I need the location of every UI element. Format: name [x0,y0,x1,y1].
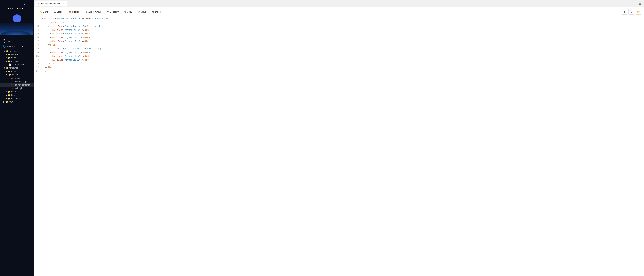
code-line: 15</div> [34,70,644,73]
code-line: 9 <div class="col-md-8 col-lg-9 col-xl-1… [34,47,644,51]
publish-icon: 📤 [68,10,71,13]
site-selector[interactable]: 🌐 www.testsite.com ▾ [0,44,34,49]
folder-icon: 📁 [8,97,10,100]
tree-item-forms[interactable]: ▶ 📁 forms [0,56,34,59]
folder-icon: 📁 [6,101,8,103]
code-line: 5 <div class="dynamicDiv"></div> [34,32,644,36]
code-line: 1<div class="container my-5 pb-5" id="ma… [34,17,644,21]
chevron-down-icon: ▾ [30,45,31,47]
folder-open-icon: ▼ [4,67,6,69]
tab-bar: left-nav-content-template... × ☰ [34,0,644,7]
file-tree: ▼ 📁 web files ▶ 📁 content ▶ 📁 forms ▶ 📁 … [0,49,34,276]
chevron-right-icon: ▶ [6,90,7,93]
line-number: 6 [34,36,41,39]
tree-item-managers[interactable]: ▶ 📁 managers [0,59,34,63]
folder-view-icon: 📂 [637,10,640,13]
chevron-right-icon: ▶ [6,53,7,56]
line-content: <div class="dynamicDiv"></div> [41,32,644,35]
tree-item-left-nav-content[interactable]: </> left-nav-content-t... [0,83,34,87]
folder-icon: 📁 [6,50,9,52]
code-file-icon: </> [10,84,13,86]
line-content: <div class="container my-5 pb-5" id="mai… [41,18,644,20]
line-number: 3 [34,25,41,27]
file-doc-icon: 📄 [8,63,11,66]
line-content: </div> [41,62,644,65]
copy-icon: ⧉ [124,10,126,13]
tree-section-www[interactable]: ▶ 📁 www [0,100,34,104]
tree-item-hero[interactable]: ▶ 📁 hero [0,93,34,97]
folder-open-icon: ▼ [4,50,6,52]
folder-icon: 📁 [8,70,10,73]
line-content: </aside> [41,44,644,46]
tab-bar-menu-button[interactable]: ☰ [638,1,643,6]
line-number: 4 [34,29,41,31]
line-content: <div class="dynamicDiv"></div> [41,59,644,61]
code-line: 8 </aside> [34,43,644,47]
history-button[interactable]: ↺ 9 History [104,9,121,14]
chevron-right-icon: ▶ [6,70,7,73]
line-content: <div class="dynamicDiv"></div> [41,29,644,31]
code-line: 7 <div class="dynamicDiv"></div> [34,40,644,43]
main-area: left-nav-content-template... × ☰ ✏️ Draf… [34,0,644,276]
draft-icon: ✏️ [39,10,42,13]
svg-text:≡: ≡ [16,17,18,20]
code-line: 3 <aside class="col-md-4 col-lg-3 col-xl… [34,25,644,29]
line-number: 13 [34,62,41,65]
draft-button[interactable]: ✏️ Draft [37,9,50,14]
plus-icon: + [3,39,6,42]
tree-section-templates[interactable]: ▼ 📁 templates [0,66,34,70]
chevron-right-icon: ▶ [6,60,7,62]
stage-button[interactable]: ☁ Stage [51,9,65,14]
folder-icon: 📁 [8,90,10,93]
tree-item-package-json[interactable]: 📄 package.json [0,63,34,66]
rocket-icon: ✈ [23,3,26,6]
chevron-right-icon: ▶ [6,97,7,100]
tree-item-content[interactable]: ▶ 📁 content [0,53,34,56]
stage-icon: ☁ [54,10,56,13]
publish-button[interactable]: 📤 Publish [66,9,82,14]
add-group-icon: ⊞ [85,10,87,13]
line-number: 1 [34,18,41,20]
sidebar: SPACENET ✈ ≡ + Main 🌐 www.testsite.com ▾… [0,0,34,276]
code-file-icon: </> [10,77,13,79]
line-content: <div class="col-md-8 col-lg-9 col-xl-10 … [41,47,644,50]
line-number: 12 [34,59,41,61]
delete-button[interactable]: 🗑 Delete [150,9,164,14]
add-to-group-button[interactable]: ⊞ Add to Group [83,9,104,14]
tree-item-navigation[interactable]: ▶ 📁 navigation [0,97,34,100]
move-icon: ⤢ [138,10,140,13]
line-number: 2 [34,21,41,24]
editor-tab[interactable]: left-nav-content-template... × [35,1,67,6]
move-button[interactable]: ⤢ Move [136,9,149,14]
tab-close-button[interactable]: × [63,3,65,5]
code-file-icon: </> [10,80,13,83]
code-line: 6 <div class="dynamicDiv"></div> [34,36,644,40]
code-editor[interactable]: 1<div class="container my-5 pb-5" id="ma… [34,16,644,276]
main-button[interactable]: + Main [0,38,34,44]
code-line: 12 <div class="dynamicDiv"></div> [34,58,644,62]
split-view-button[interactable]: ⊟ [628,9,634,14]
line-number: 14 [34,66,41,68]
copy-button[interactable]: ⧉ Copy [122,9,134,14]
info-button[interactable]: ℹ [622,9,628,14]
folder-icon: 📁 [6,67,9,69]
line-content: <div class="dynamicDiv"></div> [41,36,644,39]
tree-item-base[interactable]: ▶ 📁 base [0,70,34,73]
folder-view-button[interactable]: 📂 [635,9,641,14]
tree-section-web-files[interactable]: ▼ 📁 web files [0,49,34,53]
globe-icon: 🌐 [3,45,6,48]
tree-item-home-blog-tpl[interactable]: </> home-blog.tpl [0,80,34,83]
chevron-right-icon: ▶ [4,101,5,103]
site-name: www.testsite.com [7,45,23,47]
tree-item-main-tpl[interactable]: </> main.tpl [0,87,34,90]
line-content: </div> [41,70,644,72]
folder-icon: 📁 [8,94,10,96]
line-content: <aside class="col-md-4 col-lg-3 col-xl-2… [41,25,644,28]
folder-icon: 📁 [8,74,11,76]
tree-item-cta-tpl[interactable]: </> cta.tpl [0,76,34,80]
tree-item-content-folder[interactable]: ▼ 📁 content [0,73,34,76]
toolbar: ✏️ Draft ☁ Stage 📤 Publish ⊞ Add to Grou… [34,7,644,16]
folder-icon: 📁 [8,53,10,56]
line-content: </div> [41,66,644,69]
tree-item-footer[interactable]: ▶ 📁 footer [0,90,34,93]
